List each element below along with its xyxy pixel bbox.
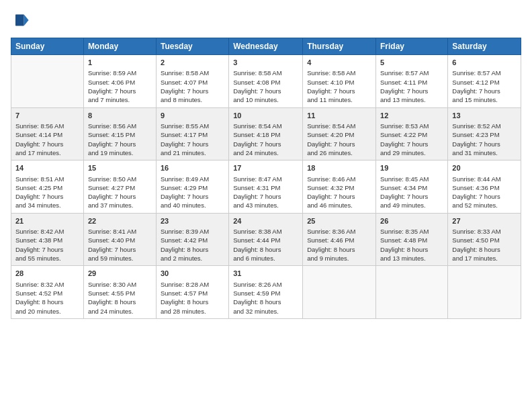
logo (11, 11, 32, 30)
day-info: Sunrise: 8:30 AM Sunset: 4:55 PM Dayligh… (88, 280, 152, 316)
day-number: 23 (161, 216, 224, 226)
day-cell: 25Sunrise: 8:36 AM Sunset: 4:46 PM Dayli… (303, 213, 376, 266)
day-cell: 4Sunrise: 8:58 AM Sunset: 4:10 PM Daylig… (303, 55, 376, 108)
header-thursday: Thursday (303, 38, 376, 55)
day-info: Sunrise: 8:45 AM Sunset: 4:34 PM Dayligh… (380, 175, 443, 210)
week-row-5: 28Sunrise: 8:32 AM Sunset: 4:52 PM Dayli… (11, 266, 521, 319)
day-cell: 22Sunrise: 8:41 AM Sunset: 4:40 PM Dayli… (83, 213, 156, 266)
day-cell (448, 266, 521, 319)
day-number: 17 (233, 163, 298, 173)
week-row-4: 21Sunrise: 8:42 AM Sunset: 4:38 PM Dayli… (11, 213, 521, 266)
day-cell: 11Sunrise: 8:54 AM Sunset: 4:20 PM Dayli… (303, 107, 376, 161)
day-number: 30 (161, 269, 224, 279)
day-info: Sunrise: 8:32 AM Sunset: 4:52 PM Dayligh… (15, 280, 79, 316)
main-container: SundayMondayTuesdayWednesdayThursdayFrid… (0, 0, 532, 411)
day-info: Sunrise: 8:44 AM Sunset: 4:36 PM Dayligh… (452, 175, 517, 210)
day-cell: 26Sunrise: 8:35 AM Sunset: 4:48 PM Dayli… (376, 213, 448, 266)
day-cell: 1Sunrise: 8:59 AM Sunset: 4:06 PM Daylig… (83, 55, 156, 108)
header-wednesday: Wednesday (229, 38, 303, 55)
day-cell: 8Sunrise: 8:56 AM Sunset: 4:15 PM Daylig… (83, 107, 156, 161)
day-cell: 23Sunrise: 8:39 AM Sunset: 4:42 PM Dayli… (156, 213, 228, 266)
day-info: Sunrise: 8:55 AM Sunset: 4:17 PM Dayligh… (161, 122, 224, 157)
day-cell: 20Sunrise: 8:44 AM Sunset: 4:36 PM Dayli… (448, 161, 521, 214)
day-info: Sunrise: 8:52 AM Sunset: 4:23 PM Dayligh… (452, 122, 517, 157)
day-cell: 28Sunrise: 8:32 AM Sunset: 4:52 PM Dayli… (11, 266, 84, 319)
day-info: Sunrise: 8:56 AM Sunset: 4:14 PM Dayligh… (15, 122, 79, 157)
logo-icon (11, 11, 30, 30)
header-saturday: Saturday (448, 38, 521, 55)
day-info: Sunrise: 8:58 AM Sunset: 4:08 PM Dayligh… (233, 68, 298, 104)
day-cell: 15Sunrise: 8:50 AM Sunset: 4:27 PM Dayli… (83, 161, 156, 214)
day-info: Sunrise: 8:54 AM Sunset: 4:18 PM Dayligh… (233, 122, 298, 157)
header-friday: Friday (376, 38, 448, 55)
day-number: 20 (452, 163, 517, 173)
day-info: Sunrise: 8:57 AM Sunset: 4:12 PM Dayligh… (452, 68, 517, 104)
day-cell: 19Sunrise: 8:45 AM Sunset: 4:34 PM Dayli… (376, 161, 448, 214)
day-info: Sunrise: 8:50 AM Sunset: 4:27 PM Dayligh… (88, 175, 152, 210)
day-cell: 31Sunrise: 8:26 AM Sunset: 4:59 PM Dayli… (229, 266, 303, 319)
svg-marker-0 (24, 15, 29, 26)
day-number: 8 (88, 111, 152, 121)
day-cell (11, 55, 84, 108)
day-info: Sunrise: 8:56 AM Sunset: 4:15 PM Dayligh… (88, 122, 152, 157)
day-info: Sunrise: 8:57 AM Sunset: 4:11 PM Dayligh… (380, 68, 443, 104)
day-number: 22 (88, 216, 152, 226)
day-info: Sunrise: 8:36 AM Sunset: 4:46 PM Dayligh… (307, 227, 371, 263)
svg-rect-1 (15, 15, 24, 26)
calendar-table: SundayMondayTuesdayWednesdayThursdayFrid… (11, 38, 521, 319)
day-cell: 9Sunrise: 8:55 AM Sunset: 4:17 PM Daylig… (156, 107, 228, 161)
day-number: 24 (233, 216, 298, 226)
day-number: 3 (233, 58, 298, 68)
day-info: Sunrise: 8:33 AM Sunset: 4:50 PM Dayligh… (452, 227, 517, 263)
day-info: Sunrise: 8:28 AM Sunset: 4:57 PM Dayligh… (161, 280, 224, 316)
day-cell (376, 266, 448, 319)
day-info: Sunrise: 8:49 AM Sunset: 4:29 PM Dayligh… (161, 175, 224, 210)
day-cell: 17Sunrise: 8:47 AM Sunset: 4:31 PM Dayli… (229, 161, 303, 214)
day-number: 25 (307, 216, 371, 226)
day-cell (303, 266, 376, 319)
day-cell: 12Sunrise: 8:53 AM Sunset: 4:22 PM Dayli… (376, 107, 448, 161)
day-info: Sunrise: 8:46 AM Sunset: 4:32 PM Dayligh… (307, 175, 371, 210)
day-cell: 6Sunrise: 8:57 AM Sunset: 4:12 PM Daylig… (448, 55, 521, 108)
week-row-2: 7Sunrise: 8:56 AM Sunset: 4:14 PM Daylig… (11, 107, 521, 161)
day-number: 12 (380, 111, 443, 121)
day-number: 26 (380, 216, 443, 226)
header-monday: Monday (83, 38, 156, 55)
day-info: Sunrise: 8:41 AM Sunset: 4:40 PM Dayligh… (88, 227, 152, 263)
day-number: 10 (233, 111, 298, 121)
day-cell: 30Sunrise: 8:28 AM Sunset: 4:57 PM Dayli… (156, 266, 228, 319)
day-number: 19 (380, 163, 443, 173)
day-number: 11 (307, 111, 371, 121)
day-cell: 10Sunrise: 8:54 AM Sunset: 4:18 PM Dayli… (229, 107, 303, 161)
day-cell: 21Sunrise: 8:42 AM Sunset: 4:38 PM Dayli… (11, 213, 84, 266)
day-number: 15 (88, 163, 152, 173)
week-row-1: 1Sunrise: 8:59 AM Sunset: 4:06 PM Daylig… (11, 55, 521, 108)
day-info: Sunrise: 8:53 AM Sunset: 4:22 PM Dayligh… (380, 122, 443, 157)
day-number: 9 (161, 111, 224, 121)
day-cell: 14Sunrise: 8:51 AM Sunset: 4:25 PM Dayli… (11, 161, 84, 214)
header-sunday: Sunday (11, 38, 84, 55)
day-info: Sunrise: 8:35 AM Sunset: 4:48 PM Dayligh… (380, 227, 443, 263)
header (11, 11, 521, 30)
day-info: Sunrise: 8:42 AM Sunset: 4:38 PM Dayligh… (15, 227, 79, 263)
day-info: Sunrise: 8:58 AM Sunset: 4:07 PM Dayligh… (161, 68, 224, 104)
day-cell: 16Sunrise: 8:49 AM Sunset: 4:29 PM Dayli… (156, 161, 228, 214)
day-number: 7 (15, 111, 79, 121)
day-number: 4 (307, 58, 371, 68)
day-info: Sunrise: 8:54 AM Sunset: 4:20 PM Dayligh… (307, 122, 371, 157)
header-tuesday: Tuesday (156, 38, 228, 55)
calendar-header-row: SundayMondayTuesdayWednesdayThursdayFrid… (11, 38, 521, 55)
day-number: 21 (15, 216, 79, 226)
day-cell: 3Sunrise: 8:58 AM Sunset: 4:08 PM Daylig… (229, 55, 303, 108)
day-number: 14 (15, 163, 79, 173)
day-cell: 7Sunrise: 8:56 AM Sunset: 4:14 PM Daylig… (11, 107, 84, 161)
day-cell: 24Sunrise: 8:38 AM Sunset: 4:44 PM Dayli… (229, 213, 303, 266)
day-number: 28 (15, 269, 79, 279)
day-number: 2 (161, 58, 224, 68)
day-info: Sunrise: 8:38 AM Sunset: 4:44 PM Dayligh… (233, 227, 298, 263)
day-cell: 29Sunrise: 8:30 AM Sunset: 4:55 PM Dayli… (83, 266, 156, 319)
day-number: 1 (88, 58, 152, 68)
day-number: 29 (88, 269, 152, 279)
day-number: 13 (452, 111, 517, 121)
day-cell: 2Sunrise: 8:58 AM Sunset: 4:07 PM Daylig… (156, 55, 228, 108)
